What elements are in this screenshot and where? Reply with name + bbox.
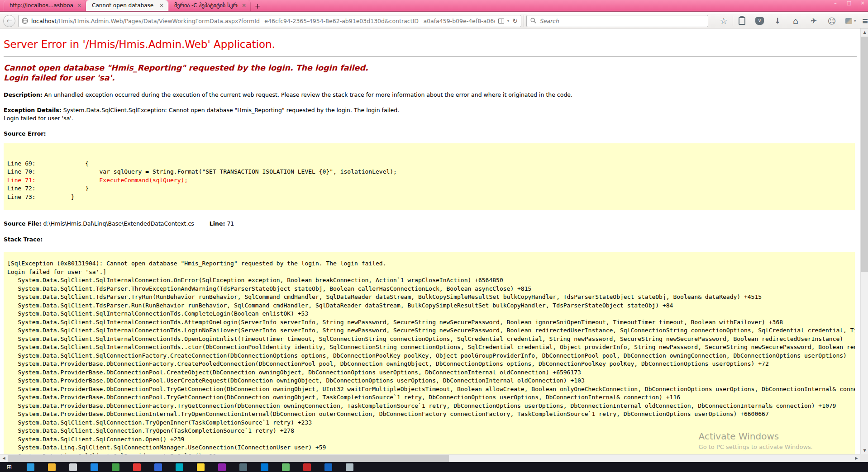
stack-trace-line: System.Data.ProviderBase.DbConnectionInt… <box>7 410 851 419</box>
stack-trace-line: System.Data.SqlClient.TdsParser.Run(RunB… <box>7 302 851 310</box>
tab-close-icon[interactable]: × <box>77 3 81 8</box>
exception-details-text2: Login failed for user 'sa'. <box>4 115 73 122</box>
toolbar-divider <box>524 15 524 27</box>
stack-trace-line: System.Data.SqlClient.SqlInternalConnect… <box>7 276 851 285</box>
close-button[interactable]: × <box>859 0 866 6</box>
tab-close-icon[interactable]: × <box>242 3 246 8</box>
stack-trace-line: System.Data.SqlClient.TdsParser.ThrowExc… <box>7 285 851 293</box>
url-dropdown-icon[interactable]: ▾ <box>507 19 510 23</box>
vertical-scrollbar-thumb[interactable] <box>861 37 868 272</box>
exception-details-text: System.Data.SqlClient.SqlException: Cann… <box>63 107 399 113</box>
back-button[interactable]: ← <box>3 15 15 27</box>
taskbar-app-icon[interactable] <box>176 463 183 471</box>
error-message-line1: Cannot open database "Hmis_Reporting" re… <box>4 63 857 73</box>
pocket-icon[interactable]: ∨ <box>755 17 764 25</box>
taskbar-app-icon[interactable] <box>218 463 226 471</box>
bookmarks-menu-icon[interactable] <box>739 17 745 25</box>
error-page-content: Server Error in '/Hmis/Hmis.Admin.Web' A… <box>0 28 860 454</box>
taskbar-app-glyph: ⊞ <box>7 463 12 471</box>
tab-title: http://localhos...ashboards.aspx <box>10 2 73 9</box>
tab-close-icon[interactable]: × <box>159 3 164 8</box>
feedback-smiley-icon[interactable]: ☺ <box>823 15 841 27</box>
exception-details-label: Exception Details: <box>4 107 62 113</box>
stack-trace-line: System.Data.SqlClient.SqlInternalConnect… <box>7 318 851 327</box>
taskbar-app-icon[interactable] <box>282 463 290 471</box>
vertical-scrollbar[interactable]: ▲ ▼ <box>860 28 868 454</box>
taskbar-app-icon[interactable] <box>112 463 119 471</box>
stack-trace-line: System.Data.ProviderBase.DbConnectionPoo… <box>7 377 851 385</box>
window-controls: – □ × <box>832 0 866 6</box>
description-paragraph: Description: An unhandled exception occu… <box>4 91 857 99</box>
stack-trace-line: System.Data.SqlClient.TdsParser.TryRun(R… <box>7 293 851 302</box>
home-icon[interactable]: ⌂ <box>787 15 805 27</box>
search-input[interactable] <box>539 18 704 24</box>
exception-details-paragraph: Exception Details: System.Data.SqlClient… <box>4 106 857 122</box>
minimize-button[interactable]: – <box>832 0 839 6</box>
send-tab-icon[interactable]: ✈ <box>805 15 823 27</box>
tab-title: მერია -C ჰეპატიტის სკრინი... <box>174 2 238 9</box>
stack-trace-line: Login failed for user 'sa'.] <box>7 268 851 277</box>
source-file-line: Source File: d:\Hmis\Hmis.Dal\Linq\Base\… <box>4 220 857 228</box>
taskbar-app-icon[interactable] <box>324 463 332 471</box>
taskbar-app-icon[interactable] <box>27 463 34 471</box>
source-code-line: Line 69: { <box>7 160 851 168</box>
scroll-left-arrow-icon[interactable]: ◀ <box>0 455 8 463</box>
stack-trace-line: System.Data.SqlClient.SqlInternalConnect… <box>7 326 851 335</box>
stack-trace-line: [SqlException (0x80131904): Cannot open … <box>7 260 851 268</box>
browser-tab[interactable]: მერია -C ჰეპატიტის სკრინი... × <box>168 0 251 11</box>
stack-trace-line: System.Data.SqlClient.SqlConnectionFacto… <box>7 352 851 360</box>
taskbar-app-icon[interactable] <box>154 463 162 471</box>
taskbar-app-icon[interactable] <box>197 463 205 471</box>
taskbar-app-icon[interactable] <box>346 463 353 471</box>
hamburger-menu-icon[interactable]: ≡ <box>856 15 868 27</box>
stack-trace-line: System.Data.ProviderBase.DbConnectionPoo… <box>7 368 851 377</box>
taskbar-app-icon[interactable] <box>91 463 98 471</box>
url-bar[interactable]: localhost/Hmis/Hmis.Admin.Web/Pages/Data… <box>18 15 521 27</box>
source-code-line: Line 70: var sqlQuery = String.Format("S… <box>7 168 851 176</box>
windows-taskbar: ⊞ <box>0 462 868 472</box>
taskbar-app-icon[interactable] <box>303 463 311 471</box>
taskbar-app-icon[interactable] <box>48 463 56 471</box>
scroll-right-arrow-icon[interactable]: ▶ <box>853 455 860 463</box>
stack-trace-line: System.Data.SqlClient.SqlInternalConnect… <box>7 335 851 344</box>
reload-icon[interactable]: ↻ <box>512 17 518 24</box>
url-text[interactable]: localhost/Hmis/Hmis.Admin.Web/Pages/Data… <box>31 18 495 24</box>
url-path: /Hmis/Hmis.Admin.Web/Pages/Data/ViewWork… <box>57 18 495 24</box>
toolbar-divider <box>733 16 733 26</box>
navigation-toolbar: ← localhost/Hmis/Hmis.Admin.Web/Pages/Da… <box>0 14 868 28</box>
source-code-line: Line 72: } <box>7 184 851 193</box>
line-label: Line: <box>210 220 225 227</box>
stack-trace-label: Stack Trace: <box>4 236 43 243</box>
reader-mode-icon[interactable] <box>498 19 504 24</box>
browser-tab[interactable]: Cannot open database "Hmis_... × <box>86 0 168 11</box>
source-file-path: d:\Hmis\Hmis.Dal\Linq\Base\ExtendedDataC… <box>43 220 194 227</box>
error-message-line2: Login failed for user 'sa'. <box>4 73 857 83</box>
stack-trace-line: System.Data.SqlClient.SqlInternalConnect… <box>7 343 851 352</box>
maximize-button[interactable]: □ <box>846 0 852 6</box>
scroll-up-arrow-icon[interactable]: ▲ <box>861 28 868 36</box>
browser-tab[interactable]: http://localhos...ashboards.aspx × <box>4 0 86 11</box>
search-bar[interactable] <box>526 15 708 27</box>
tab-bar: http://localhos...ashboards.aspx × Canno… <box>0 0 868 12</box>
source-file-label: Source File: <box>4 220 41 227</box>
taskbar-app-icon[interactable] <box>239 463 247 471</box>
scroll-down-arrow-icon[interactable]: ▼ <box>861 447 868 454</box>
source-code-line: Line 73: } <box>7 193 851 202</box>
addon-icon[interactable] <box>845 18 852 24</box>
toolbar-icons: ☆ ∨ ↓ ⌂ ✈ ☺ ▾ ≡ <box>715 15 868 27</box>
taskbar-app-icon[interactable] <box>133 463 141 471</box>
taskbar-app-icon[interactable] <box>261 463 268 471</box>
site-globe-icon <box>22 18 28 24</box>
horizontal-scrollbar-thumb[interactable] <box>8 455 449 462</box>
bookmark-star-icon[interactable]: ☆ <box>715 15 733 27</box>
screen: http://localhos...ashboards.aspx × Canno… <box>0 0 868 472</box>
downloads-icon[interactable]: ↓ <box>768 15 787 27</box>
taskbar-app-icon[interactable] <box>69 463 77 471</box>
horizontal-scrollbar[interactable]: ◀ ▶ <box>0 454 860 462</box>
source-error-label: Source Error: <box>4 130 46 137</box>
taskbar-app-icon[interactable]: ⊞ <box>5 463 13 471</box>
source-error-box: Line 69: { Line 70: var sqlQuery = Strin… <box>4 143 855 211</box>
watermark-title: Activate Windows <box>699 431 813 442</box>
new-tab-button[interactable]: + <box>252 2 263 11</box>
stack-trace-box: [SqlException (0x80131904): Cannot open … <box>4 252 855 454</box>
